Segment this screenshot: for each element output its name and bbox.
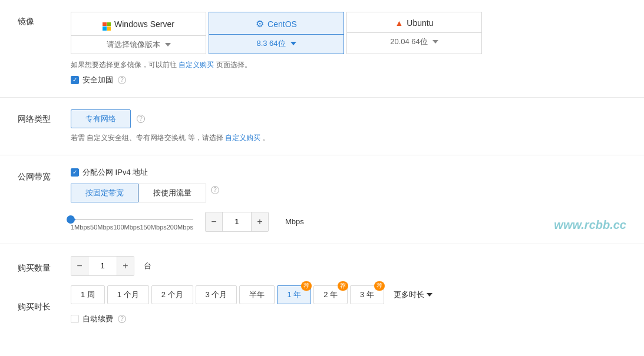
- purchase-duration-content: 1 周 1 个月 2 个月 3 个月 半年 荐 1 年: [71, 285, 440, 324]
- watermark: www.rcbb.cc: [554, 218, 626, 232]
- bandwidth-content: 分配公网 IPv4 地址 按固定带宽 按使用流量 ? 1Mbps 50Mbps …: [71, 167, 304, 232]
- mirror-tab-ubuntu-top: ▲ Ubuntu: [347, 12, 481, 32]
- bandwidth-tabs: 按固定带宽 按使用流量 ?: [71, 184, 304, 202]
- bandwidth-slider-track[interactable]: 1Mbps 50Mbps 100Mbps 150Mbps 200Mbps: [71, 213, 193, 231]
- purchase-count-section: 购买数量 − + 台 购买时长 1 周 1 个月 2 个月: [0, 244, 644, 345]
- assign-ipv4-row: 分配公网 IPv4 地址: [71, 167, 304, 178]
- bandwidth-decrement-btn[interactable]: −: [206, 212, 222, 231]
- mirror-tab-centos-label: CentOS: [267, 19, 297, 29]
- bandwidth-stepper: − +: [205, 212, 269, 232]
- dur-tab-2y[interactable]: 荐 2 年: [313, 285, 348, 304]
- slider-label-5: 200Mbps: [167, 224, 193, 231]
- purchase-duration-row: 购买时长 1 周 1 个月 2 个月 3 个月 半年 荐: [18, 285, 626, 324]
- dur-tab-3m[interactable]: 3 个月: [196, 285, 237, 304]
- more-duration-chevron: [427, 293, 432, 297]
- security-help-icon[interactable]: ?: [118, 76, 126, 84]
- ubuntu-icon: ▲: [395, 18, 403, 28]
- dur-tab-1y[interactable]: 荐 1 年: [277, 285, 311, 304]
- security-checkbox[interactable]: [71, 76, 79, 84]
- network-custom-link[interactable]: 自定义购买: [225, 134, 260, 142]
- bandwidth-help-icon[interactable]: ?: [211, 186, 219, 194]
- dur-badge-1y: 荐: [301, 281, 312, 291]
- security-label: 安全加固: [82, 75, 113, 85]
- count-unit: 台: [144, 261, 151, 271]
- mirror-tab-windows-label: Windows Server: [114, 19, 174, 29]
- auto-renew-label: 自动续费: [82, 314, 113, 324]
- assign-ipv4-label: 分配公网 IPv4 地址: [82, 167, 148, 178]
- mirror-section: 镜像 Windows Server 请选择镜像版本: [0, 0, 644, 98]
- network-content: 专有网络 ? 若需 自定义安全组、专有网络交换机 等，请选择 自定义购买 。: [71, 109, 269, 143]
- assign-ipv4-checkbox[interactable]: [71, 168, 79, 177]
- network-type-btn[interactable]: 专有网络: [71, 109, 131, 128]
- mirror-label: 镜像: [18, 12, 59, 27]
- mirror-tabs: Windows Server 请选择镜像版本 ⚙ CentOS 8.3 64位: [71, 12, 484, 54]
- network-section: 网络类型 专有网络 ? 若需 自定义安全组、专有网络交换机 等，请选择 自定义购…: [0, 98, 644, 155]
- slider-label-4: 150Mbps: [140, 224, 166, 231]
- network-help-icon[interactable]: ?: [137, 115, 145, 123]
- mirror-tab-windows-top: Windows Server: [71, 12, 206, 35]
- bandwidth-slider-dot: [67, 215, 75, 224]
- mirror-tab-ubuntu-version[interactable]: 20.04 64位: [347, 32, 481, 51]
- mirror-tab-ubuntu[interactable]: ▲ Ubuntu 20.04 64位: [346, 12, 482, 54]
- count-decrement-btn[interactable]: −: [71, 257, 88, 275]
- more-duration-btn[interactable]: 更多时长: [387, 286, 440, 304]
- dur-tab-1m[interactable]: 1 个月: [107, 285, 149, 304]
- network-desc: 若需 自定义安全组、专有网络交换机 等，请选择 自定义购买 。: [71, 133, 269, 143]
- mirror-tab-centos[interactable]: ⚙ CentOS 8.3 64位: [209, 12, 344, 54]
- auto-renew-row: 自动续费 ?: [71, 314, 440, 324]
- bandwidth-slider-container: 1Mbps 50Mbps 100Mbps 150Mbps 200Mbps − +…: [71, 212, 304, 232]
- mirror-content: Windows Server 请选择镜像版本 ⚙ CentOS 8.3 64位: [71, 12, 484, 85]
- bandwidth-increment-btn[interactable]: +: [252, 212, 268, 231]
- network-label: 网络类型: [18, 109, 59, 125]
- security-checkbox-row: 安全加固 ?: [71, 75, 484, 85]
- duration-tabs: 1 周 1 个月 2 个月 3 个月 半年 荐 1 年: [71, 285, 440, 304]
- centos-version-chevron: [290, 42, 296, 45]
- dur-tab-half[interactable]: 半年: [239, 285, 275, 304]
- bandwidth-value-input[interactable]: [222, 212, 252, 231]
- windows-icon: [103, 18, 111, 31]
- mirror-info-text: 如果想要选择更多镜像，可以前往 自定义购买 页面选择。: [71, 60, 484, 70]
- count-value-input[interactable]: [88, 257, 117, 275]
- count-increment-btn[interactable]: +: [117, 257, 134, 275]
- slider-label-2: 50Mbps: [90, 224, 113, 231]
- mirror-tab-windows[interactable]: Windows Server 请选择镜像版本: [71, 12, 206, 54]
- mirror-tab-centos-top: ⚙ CentOS: [209, 12, 344, 34]
- bandwidth-slider-line: [71, 219, 193, 220]
- mirror-tab-centos-version[interactable]: 8.3 64位: [209, 34, 344, 52]
- mirror-tab-windows-version[interactable]: 请选择镜像版本: [71, 35, 206, 54]
- bandwidth-section: 公网带宽 分配公网 IPv4 地址 按固定带宽 按使用流量 ? 1Mbps: [0, 155, 644, 244]
- bw-tab-traffic[interactable]: 按使用流量: [138, 184, 206, 202]
- purchase-count-content: − + 台: [71, 256, 151, 276]
- bandwidth-label: 公网带宽: [18, 167, 59, 182]
- centos-icon: ⚙: [256, 18, 264, 29]
- slider-label-1: 1Mbps: [71, 224, 90, 231]
- bandwidth-unit: Mbps: [285, 217, 304, 226]
- dur-tab-1w[interactable]: 1 周: [71, 285, 105, 304]
- mirror-custom-link[interactable]: 自定义购买: [179, 61, 214, 69]
- bw-tab-fixed[interactable]: 按固定带宽: [71, 184, 138, 202]
- dur-badge-2y: 荐: [338, 281, 348, 291]
- purchase-duration-label: 购买时长: [18, 297, 59, 312]
- purchase-count-label: 购买数量: [18, 258, 59, 274]
- dur-tab-3y[interactable]: 荐 3 年: [350, 285, 384, 304]
- purchase-count-row: 购买数量 − + 台: [18, 256, 626, 276]
- auto-renew-help-icon[interactable]: ?: [118, 315, 126, 323]
- auto-renew-checkbox[interactable]: [71, 315, 79, 323]
- windows-version-chevron: [165, 43, 171, 46]
- dur-badge-3y: 荐: [374, 281, 385, 291]
- mirror-tab-ubuntu-label: Ubuntu: [407, 18, 433, 28]
- ubuntu-version-chevron: [432, 40, 438, 44]
- count-stepper: − +: [71, 256, 134, 276]
- bandwidth-slider-labels: 1Mbps 50Mbps 100Mbps 150Mbps 200Mbps: [71, 224, 193, 231]
- dur-tab-2m[interactable]: 2 个月: [151, 285, 193, 304]
- slider-label-3: 100Mbps: [113, 224, 140, 231]
